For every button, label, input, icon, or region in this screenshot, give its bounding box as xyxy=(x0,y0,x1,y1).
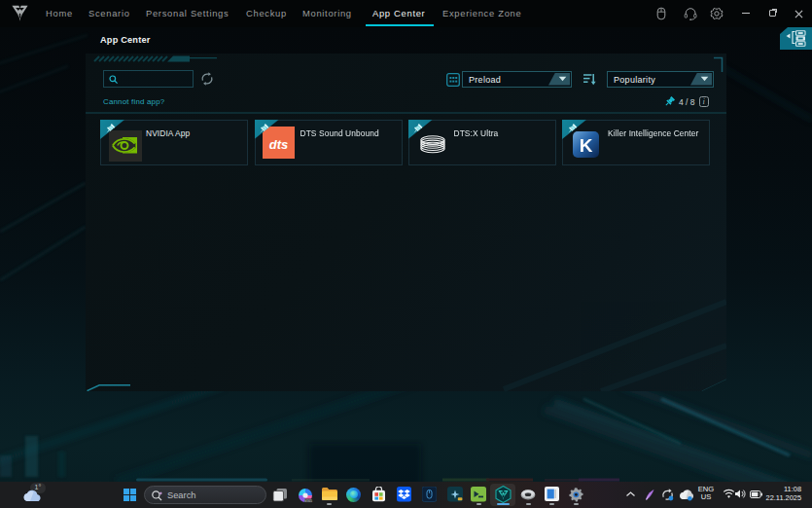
svg-text:M365: M365 xyxy=(304,499,312,503)
svg-text:dts: dts xyxy=(268,137,288,152)
svg-text:K: K xyxy=(580,135,593,156)
